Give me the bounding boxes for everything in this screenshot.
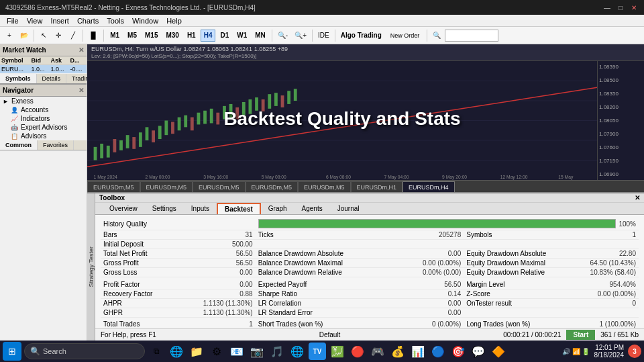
strategy-tab-overview[interactable]: Overview (102, 203, 145, 214)
svg-text:6 May 08:00: 6 May 08:00 (326, 175, 351, 180)
start-button-taskbar[interactable]: ⊞ (3, 342, 21, 361)
notification-badge[interactable]: 3 (628, 345, 641, 358)
strategy-tab-settings[interactable]: Settings (145, 203, 184, 214)
taskbar-settings[interactable]: ⚙ (208, 343, 225, 360)
taskbar-mail[interactable]: 📧 (228, 343, 246, 360)
toolbar-search-input[interactable] (445, 30, 498, 42)
gross-profit-row: Gross Profit 56.50 Balance Drawdown Maxi… (101, 259, 639, 268)
taskbar-app1[interactable]: 💹 (329, 343, 346, 360)
tf-mn[interactable]: MN (252, 30, 269, 42)
market-watch-close[interactable]: ✕ (78, 46, 84, 54)
nav-expert-advisors[interactable]: 🤖 Expert Advisors (0, 123, 87, 132)
tf-w1[interactable]: W1 (233, 30, 250, 42)
taskbar-app7[interactable]: 🎯 (449, 343, 467, 360)
svg-rect-8 (100, 144, 103, 159)
taskbar-task-view[interactable]: ⧉ (148, 343, 165, 360)
taskbar-app8[interactable]: 💬 (470, 343, 487, 360)
toolbar-candles[interactable]: ▐▌ (86, 29, 101, 42)
mw-ask: 1.0... (50, 65, 69, 74)
strategy-tab-backtest[interactable]: Backtest (217, 203, 261, 214)
tf-d1[interactable]: D1 (217, 30, 232, 42)
navigator-header: Navigator ✕ (0, 85, 87, 97)
taskbar-app6[interactable]: 🔵 (429, 343, 447, 360)
chart-canvas[interactable]: 1 May 2024 2 May 08:00 3 May 16:00 5 May… (87, 61, 597, 180)
menu-file[interactable]: File (3, 16, 23, 26)
toolbar-search[interactable]: 🔍 (430, 29, 443, 42)
nav-exness-label: Exness (11, 97, 34, 105)
nav-indicators[interactable]: 📈 Indicators (0, 114, 87, 123)
chart-tab-3[interactable]: EURUSDm,M5 (193, 181, 246, 192)
taskbar-app5[interactable]: 📊 (409, 343, 427, 360)
svg-text:7 May 04:00: 7 May 04:00 (384, 175, 409, 180)
navigator-close[interactable]: ✕ (78, 87, 84, 94)
chart-tab-4[interactable]: EURUSDm,M5 (246, 181, 299, 192)
nav-tab-common[interactable]: Common (0, 140, 38, 150)
chart-tab-2[interactable]: EURUSDm,M5 (140, 181, 193, 192)
toolbar-new[interactable]: + (3, 29, 16, 42)
tf-m15[interactable]: M15 (142, 30, 161, 42)
start-button[interactable]: Start (566, 330, 595, 340)
nav-exness[interactable]: ► Exness (0, 97, 87, 105)
tf-m1[interactable]: M1 (107, 30, 123, 42)
taskbar-music[interactable]: 🎵 (268, 343, 286, 360)
taskbar-app3[interactable]: 🎮 (369, 343, 386, 360)
toolbar-zoom-in[interactable]: 🔍+ (292, 29, 309, 42)
toolbar-line[interactable]: ╱ (66, 29, 80, 42)
svg-text:1 May 2024: 1 May 2024 (94, 175, 117, 180)
ep-label: Expected Payoff (256, 280, 372, 289)
toolbar-new-order[interactable]: New Order (386, 29, 425, 42)
taskbar-app9[interactable]: 🔶 (490, 343, 507, 360)
svg-rect-27 (223, 106, 226, 120)
menu-view[interactable]: View (23, 16, 47, 26)
taskbar-edge[interactable]: 🌐 (168, 343, 185, 360)
chart-tab-h4[interactable]: EURUSDm,H4 (402, 181, 455, 192)
tab-symbols[interactable]: Symbols (0, 74, 37, 83)
initial-deposit-label: Initial Deposit (101, 240, 170, 249)
toolbar-ide-label: IDE (315, 32, 332, 39)
menu-tools[interactable]: Tools (103, 16, 128, 26)
tf-h4[interactable]: H4 (201, 30, 216, 42)
maximize-button[interactable]: □ (616, 3, 625, 12)
toolbar-cursor[interactable]: ↖ (37, 29, 50, 42)
sep6 (335, 30, 335, 42)
taskbar-app2[interactable]: 🔴 (349, 343, 366, 360)
title-bar: 43092586 Exness-MT5Real2 - Netting - Exn… (0, 0, 644, 15)
chart-tab-1[interactable]: EURUSDm,M5 (87, 181, 140, 192)
ot-value: 0 (573, 298, 639, 308)
tf-h1[interactable]: H1 (184, 30, 199, 42)
toolbar-crosshair[interactable]: ✛ (52, 29, 65, 42)
chart-tab-h1[interactable]: EURUSDm,H1 (351, 181, 403, 192)
tab-details[interactable]: Details (37, 74, 67, 83)
sep7 (427, 30, 427, 42)
market-watch-row[interactable]: EURU... 1.0... 1.0... -0.... (0, 65, 87, 74)
minimize-button[interactable]: — (602, 3, 612, 12)
nav-tab-favorites[interactable]: Favorites (38, 140, 74, 150)
nav-accounts[interactable]: 👤 Accounts (0, 105, 87, 114)
taskbar-tradingview[interactable]: TV (309, 343, 326, 360)
menu-charts[interactable]: Charts (73, 16, 103, 26)
close-button[interactable]: ✕ (629, 3, 639, 12)
taskbar-chrome[interactable]: 🌐 (288, 343, 306, 360)
strategy-tab-journal[interactable]: Journal (330, 203, 367, 214)
toolbar-zoom-out[interactable]: 🔍- (275, 29, 290, 42)
strategy-tab-inputs[interactable]: Inputs (184, 203, 217, 214)
tf-m30[interactable]: M30 (162, 30, 182, 42)
strategy-tab-agents[interactable]: Agents (294, 203, 330, 214)
nav-advisors[interactable]: 📋 Advisors (0, 132, 87, 140)
toolbox-header: Toolbox ✕ (95, 193, 644, 203)
taskbar-search[interactable]: 🔍 Search (24, 343, 145, 359)
initial-deposit-value: 500.00 (170, 240, 255, 249)
toolbar-open[interactable]: 📂 (17, 29, 31, 42)
taskbar-app4[interactable]: 💰 (389, 343, 407, 360)
taskbar-explorer[interactable]: 📁 (188, 343, 205, 360)
strategy-tab-graph[interactable]: Graph (261, 203, 294, 214)
toolbox-close[interactable]: ✕ (635, 194, 640, 201)
market-watch-title: Market Watch (3, 46, 46, 54)
menu-window[interactable]: Window (128, 16, 162, 26)
tf-m5[interactable]: M5 (124, 30, 140, 42)
chart-tab-5[interactable]: EURUSDm,M5 (298, 181, 351, 192)
taskbar-photo[interactable]: 📷 (248, 343, 266, 360)
menu-help[interactable]: Help (162, 16, 186, 26)
history-quality-label: History Quality (101, 218, 256, 230)
menu-insert[interactable]: Insert (46, 16, 73, 26)
